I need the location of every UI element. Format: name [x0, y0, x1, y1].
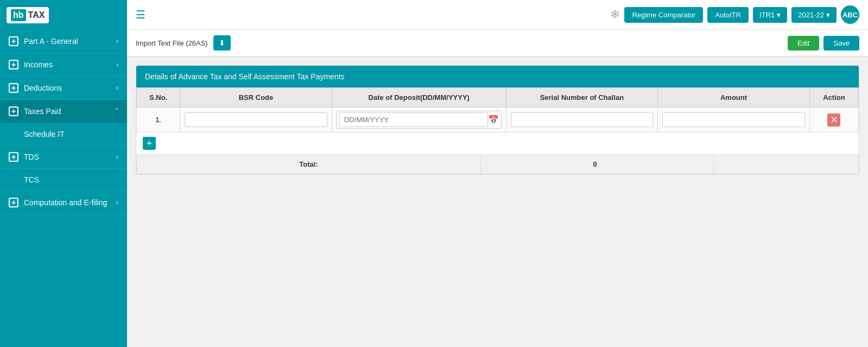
col-sno: S.No.: [137, 88, 180, 108]
avatar[interactable]: ABC: [841, 5, 859, 24]
sidebar-item-computation[interactable]: + Computation and E-filing ›: [0, 191, 127, 214]
sidebar-item-schedule-it[interactable]: Schedule IT: [0, 123, 127, 146]
year-label: 2021-22: [798, 11, 824, 19]
sidebar-label-incomes: Incomes: [24, 60, 53, 69]
download-button[interactable]: ⬇: [213, 35, 231, 51]
action-cell[interactable]: ✕: [809, 108, 858, 133]
auto-itr-button[interactable]: AutoITR: [707, 7, 749, 23]
expand-icon-taxes: +: [9, 106, 18, 116]
advance-tax-table: S.No. BSR Code Date of Deposit(DD/MM/YYY…: [136, 87, 859, 133]
topbar-right: ❄ Regime Comparator AutoITR ITR1 ▾ 2021-…: [610, 5, 859, 24]
amount-cell[interactable]: [658, 108, 810, 133]
hamburger-menu[interactable]: ☰: [136, 8, 145, 21]
col-action: Action: [809, 88, 858, 108]
date-cell[interactable]: 📅: [332, 108, 506, 133]
chevron-right-icon-incomes: ›: [116, 61, 118, 68]
total-row: Total: 0: [137, 155, 859, 174]
import-label: Import Text File (26AS): [136, 39, 208, 47]
expand-icon-computation: +: [9, 198, 18, 207]
chevron-right-icon-deductions: ›: [116, 84, 118, 92]
col-serial: Serial Number of Challan: [506, 88, 658, 108]
table-row: 1. 📅: [137, 108, 859, 133]
sidebar-label-taxes-paid: Taxes Paid: [24, 107, 61, 116]
bsr-cell[interactable]: [180, 108, 332, 133]
chevron-right-icon-tds: ›: [116, 153, 118, 161]
sidebar-item-incomes[interactable]: + Incomes ›: [0, 53, 127, 77]
year-dropdown-button[interactable]: 2021-22 ▾: [791, 7, 837, 23]
calendar-icon[interactable]: 📅: [488, 115, 499, 125]
chevron-down-icon-taxes: ˅: [115, 108, 118, 115]
expand-icon-tds: +: [9, 152, 18, 162]
col-date: Date of Deposit(DD/MM/YYYY): [332, 88, 506, 108]
sidebar-label-part-a: Part A - General: [24, 37, 78, 46]
save-button[interactable]: Save: [823, 36, 859, 51]
itr-chevron-icon: ▾: [777, 11, 781, 19]
section-card: Details of Advance Tax and Self Assessme…: [136, 65, 859, 175]
sidebar-item-part-a-general[interactable]: + Part A - General ›: [0, 30, 127, 53]
itr-label: ITR1: [759, 11, 775, 19]
logo-box: hb TAX: [7, 7, 49, 23]
sidebar-label-tcs: TCS: [24, 175, 39, 184]
regime-comparator-button[interactable]: Regime Comparator: [624, 7, 703, 23]
sidebar: hb TAX + Part A - General › + Incomes › …: [0, 0, 127, 347]
logo-hb: hb: [11, 9, 26, 21]
import-bar: Import Text File (26AS) ⬇ Edit Save: [127, 30, 868, 56]
main-area: ☰ ❄ Regime Comparator AutoITR ITR1 ▾ 202…: [127, 0, 868, 347]
sidebar-item-deductions[interactable]: + Deductions ›: [0, 77, 127, 100]
add-row-container: +: [136, 137, 859, 150]
edit-button[interactable]: Edit: [788, 36, 819, 51]
expand-icon-part-a: +: [9, 36, 18, 46]
download-icon: ⬇: [219, 39, 225, 47]
chevron-right-icon: ›: [116, 37, 118, 45]
serial-cell[interactable]: [506, 108, 658, 133]
sidebar-item-taxes-paid[interactable]: + Taxes Paid ˅: [0, 100, 127, 123]
col-amount: Amount: [658, 88, 810, 108]
logo-tax: TAX: [28, 10, 45, 20]
section-header: Details of Advance Tax and Self Assessme…: [136, 66, 859, 87]
sidebar-label-tds: TDS: [24, 153, 39, 161]
total-label: Total:: [137, 155, 481, 174]
year-chevron-icon: ▾: [826, 11, 830, 19]
expand-icon-deductions: +: [9, 83, 18, 93]
amount-input[interactable]: [662, 112, 805, 127]
sidebar-item-tds[interactable]: + TDS ›: [0, 146, 127, 169]
sidebar-navigation: + Part A - General › + Incomes › + Deduc…: [0, 30, 127, 347]
avatar-initials: ABC: [842, 11, 858, 19]
snowflake-icon: ❄: [610, 8, 620, 22]
sidebar-logo: hb TAX: [0, 0, 127, 30]
date-input-wrapper: 📅: [337, 111, 502, 129]
date-input[interactable]: [339, 112, 488, 127]
sidebar-label-computation: Computation and E-filing: [24, 198, 107, 207]
delete-row-button[interactable]: ✕: [827, 113, 840, 127]
topbar: ☰ ❄ Regime Comparator AutoITR ITR1 ▾ 202…: [127, 0, 868, 30]
section-title: Details of Advance Tax and Self Assessme…: [145, 72, 345, 81]
expand-icon-incomes: +: [9, 60, 18, 70]
add-row-button[interactable]: +: [143, 137, 156, 150]
content-area: Details of Advance Tax and Self Assessme…: [127, 56, 868, 347]
sidebar-label-schedule-it: Schedule IT: [24, 130, 65, 138]
col-bsr: BSR Code: [180, 88, 332, 108]
itr-dropdown-button[interactable]: ITR1 ▾: [753, 7, 787, 23]
sno-cell: 1.: [137, 108, 180, 133]
sidebar-item-tcs[interactable]: TCS: [0, 169, 127, 191]
total-table: Total: 0: [136, 154, 859, 174]
bsr-input[interactable]: [185, 112, 327, 127]
sidebar-label-deductions: Deductions: [24, 84, 62, 92]
chevron-right-icon-computation: ›: [116, 199, 118, 206]
serial-input[interactable]: [511, 112, 654, 127]
total-value: 0: [480, 155, 713, 174]
